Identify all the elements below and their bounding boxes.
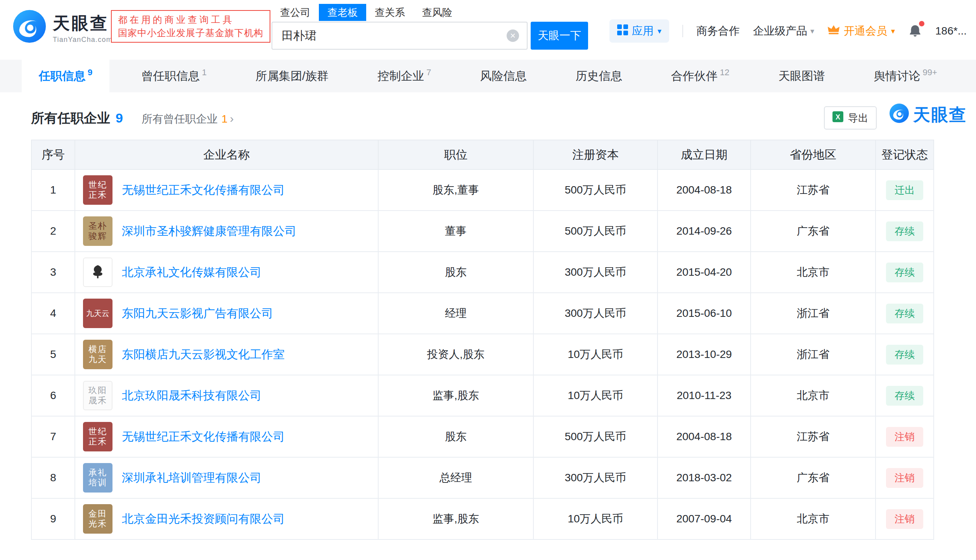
row-index: 2 [31,211,75,252]
status-badge: 迁出 [886,180,923,200]
company-link[interactable]: 北京承礼文化传媒有限公司 [122,264,261,280]
company-logo-tree-icon[interactable] [83,258,112,287]
slogan-line-2: 国家中小企业发展子基金旗下机构 [118,26,263,40]
company-logo[interactable]: 世纪正禾 [83,175,112,205]
company-wrap: 世纪正禾无锡世纪正禾文化传播有限公司 [83,422,369,451]
account-phone[interactable]: 186*... [935,25,967,37]
apps-menu[interactable]: 应用 ▾ [609,19,669,43]
nav-tab-控制企业[interactable]: 控制企业7 [360,60,448,92]
row-index: 3 [31,252,75,293]
established-date-cell: 2010-11-23 [658,375,751,416]
company-link[interactable]: 深圳承礼培训管理有限公司 [122,470,261,486]
company-link[interactable]: 无锡世纪正禾文化传播有限公司 [122,182,285,198]
nav-tab-合作伙伴[interactable]: 合作伙伴12 [654,60,746,92]
province-cell: 北京市 [751,375,876,416]
nav-tab-历史信息[interactable]: 历史信息 [559,60,639,92]
company-link[interactable]: 东阳横店九天云影视文化工作室 [122,347,285,363]
company-logo-text: 正禾 [88,190,107,200]
province-cell: 北京市 [751,498,876,539]
nav-tab-天眼图谱[interactable]: 天眼图谱 [761,60,842,92]
brand-text: 天眼查 TianYanCha.com [53,12,112,44]
province-cell: 江苏省 [751,416,876,457]
export-button[interactable]: X 导出 [824,106,877,130]
row-index: 9 [31,498,75,539]
status-cell: 存续 [876,334,934,375]
caret-down-icon: ▾ [810,26,814,36]
company-logo[interactable]: 玖阳晟禾 [83,381,112,410]
table-row: 2圣朴骏辉深圳市圣朴骏辉健康管理有限公司董事500万人民币2014-09-26广… [31,211,934,252]
tianyancha-logo[interactable]: 天眼查 TianYanCha.com [12,9,112,47]
company-link[interactable]: 北京金田光禾投资顾问有限公司 [122,511,285,527]
page: 天眼查 TianYanCha.com 都在用的商业查询工具 国家中小企业发展子基… [0,0,976,560]
status-cell: 存续 [876,375,934,416]
registered-capital-cell: 500万人民币 [533,169,658,211]
search-button[interactable]: 天眼一下 [531,22,588,50]
row-index: 5 [31,334,75,375]
company-logo-text: 光禾 [88,519,107,529]
search-tab-查风险[interactable]: 查风险 [414,4,461,21]
notification-dot [919,21,924,26]
registered-capital-cell: 10万人民币 [533,498,658,539]
status-badge: 存续 [886,221,923,241]
status-badge: 存续 [886,263,923,282]
vip-upgrade-menu[interactable]: 开通会员 ▾ [827,24,895,38]
registered-capital-cell: 10万人民币 [533,375,658,416]
enterprise-products-menu[interactable]: 企业级产品 ▾ [753,24,814,38]
search-tab-查关系[interactable]: 查关系 [366,4,414,21]
company-wrap: 玖阳晟禾北京玖阳晟禾科技有限公司 [83,381,369,410]
company-logo-text: 金田 [88,509,107,519]
nav-tab-label: 舆情讨论 [874,69,921,82]
company-wrap: 九天云东阳九天云影视广告有限公司 [83,299,369,328]
company-logo[interactable]: 承礼培训 [83,463,112,493]
company-link[interactable]: 深圳市圣朴骏辉健康管理有限公司 [122,223,296,239]
former-positions-label: 所有曾任职企业 [142,112,218,126]
search-input[interactable] [272,29,507,42]
company-logo[interactable]: 横店九天 [83,340,112,369]
status-badge: 注销 [886,468,923,488]
company-link[interactable]: 无锡世纪正禾文化传播有限公司 [122,429,285,445]
company-logo-text: 培训 [88,478,107,488]
table-row: 7世纪正禾无锡世纪正禾文化传播有限公司股东500万人民币2004-08-18江苏… [31,416,934,457]
table-row: 4九天云东阳九天云影视广告有限公司经理300万人民币2015-06-10浙江省存… [31,293,934,334]
nav-tab-曾任职信息[interactable]: 曾任职信息1 [124,60,223,92]
company-link[interactable]: 北京玖阳晟禾科技有限公司 [122,388,261,404]
table-row: 3北京承礼文化传媒有限公司股东300万人民币2015-04-20北京市存续 [31,252,934,293]
table-header-row: 序号企业名称职位注册资本成立日期省份地区登记状态 [31,140,934,169]
position-cell: 投资人,股东 [378,334,533,375]
nav-tab-任职信息[interactable]: 任职信息9 [22,60,109,92]
established-date-cell: 2015-04-20 [658,252,751,293]
search-clear-icon[interactable]: × [507,29,519,42]
former-positions-link[interactable]: 所有曾任职企业 1 › [142,112,234,126]
caret-down-icon: ▾ [891,26,895,36]
company-wrap: 圣朴骏辉深圳市圣朴骏辉健康管理有限公司 [83,216,369,246]
search-tab-查老板[interactable]: 查老板 [319,4,366,21]
search-tab-查公司[interactable]: 查公司 [272,4,319,21]
nav-tab-风险信息[interactable]: 风险信息 [463,60,544,92]
tianyancha-logo-icon [12,9,47,47]
column-header: 省份地区 [751,140,876,169]
status-badge: 注销 [886,509,923,529]
province-cell: 广东省 [751,457,876,498]
nav-tab-所属集团/族群[interactable]: 所属集团/族群 [239,60,346,92]
company-link[interactable]: 东阳九天云影视广告有限公司 [122,306,273,321]
row-index: 1 [31,169,75,211]
nav-tab-舆情讨论[interactable]: 舆情讨论99+ [857,60,954,92]
column-header: 注册资本 [533,140,658,169]
province-cell: 浙江省 [751,293,876,334]
company-logo[interactable]: 金田光禾 [83,504,112,534]
company-cell: 金田光禾北京金田光禾投资顾问有限公司 [75,498,378,539]
notification-bell-icon[interactable] [908,23,922,39]
table-row: 1世纪正禾无锡世纪正禾文化传播有限公司股东,董事500万人民币2004-08-1… [31,169,934,211]
nav-tab-label: 控制企业 [377,69,424,82]
section-title: 所有任职企业 [31,109,110,127]
column-header: 登记状态 [876,140,934,169]
company-logo[interactable]: 圣朴骏辉 [83,216,112,246]
company-logo[interactable]: 世纪正禾 [83,422,112,451]
business-cooperation-link[interactable]: 商务合作 [696,24,740,38]
row-index: 6 [31,375,75,416]
company-logo-text: 承礼 [88,468,107,478]
company-logo-text: 世纪 [88,180,107,190]
status-cell: 注销 [876,498,934,539]
company-logo[interactable]: 九天云 [83,299,112,328]
established-date-cell: 2015-06-10 [658,293,751,334]
